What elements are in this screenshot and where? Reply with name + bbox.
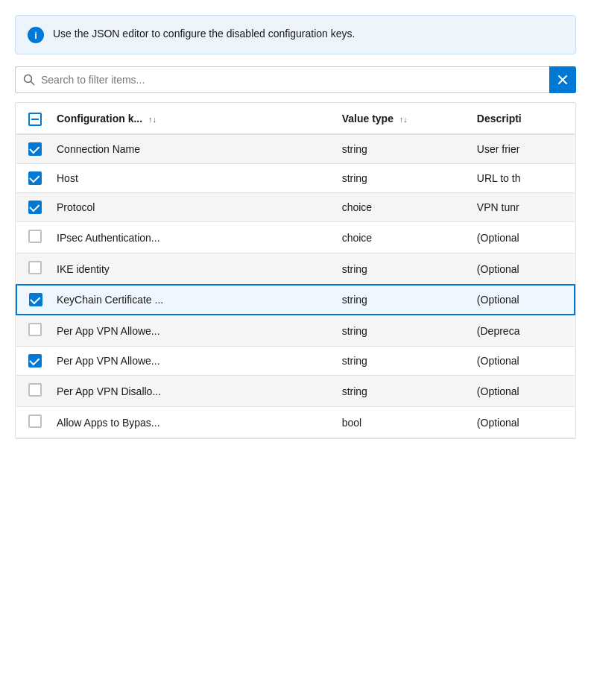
sort-value-type-icon[interactable]: ↑↓: [399, 115, 408, 124]
info-icon: i: [28, 27, 44, 43]
sort-config-key-icon[interactable]: ↑↓: [148, 115, 157, 124]
row-value-type: choice: [336, 193, 471, 222]
info-banner-text: Use the JSON editor to configure the dis…: [53, 26, 355, 42]
row-value-type: bool: [336, 407, 471, 438]
row-description: (Optional: [471, 253, 575, 286]
row-config-key: Connection Name: [51, 134, 336, 164]
row-checkbox[interactable]: [28, 171, 42, 185]
row-description: VPN tunr: [471, 193, 575, 222]
row-description: (Optional: [471, 222, 575, 253]
row-config-key: Per App VPN Allowe...: [51, 315, 336, 347]
table-row[interactable]: IKE identitystring(Optional: [16, 253, 575, 286]
row-description: URL to th: [471, 164, 575, 193]
row-config-key: KeyChain Certificate ...: [51, 285, 336, 315]
table-row[interactable]: HoststringURL to th: [16, 164, 575, 193]
row-checkbox[interactable]: [28, 383, 42, 397]
search-clear-button[interactable]: [549, 66, 576, 93]
row-checkbox[interactable]: [28, 261, 42, 274]
search-input-wrapper: [15, 66, 549, 93]
row-checkbox[interactable]: [28, 201, 42, 214]
table-body: Connection NamestringUser frierHoststrin…: [16, 134, 575, 438]
table-row[interactable]: Per App VPN Allowe...string(Depreca: [16, 315, 575, 347]
col-header-config-key[interactable]: Configuration k... ↑↓: [51, 103, 336, 134]
row-config-key: IPsec Authentication...: [51, 222, 336, 253]
row-checkbox-cell[interactable]: [16, 164, 51, 193]
row-checkbox[interactable]: [29, 293, 42, 306]
row-description: User frier: [471, 134, 575, 164]
row-value-type: string: [336, 134, 471, 164]
row-description: (Optional: [471, 376, 575, 407]
row-checkbox[interactable]: [28, 142, 42, 156]
row-checkbox-cell[interactable]: [16, 222, 51, 253]
row-checkbox-cell[interactable]: [16, 253, 51, 286]
select-all-header[interactable]: [16, 103, 51, 134]
row-description: (Depreca: [471, 315, 575, 347]
indeterminate-indicator: [31, 119, 39, 120]
row-checkbox[interactable]: [28, 230, 42, 243]
table-row[interactable]: IPsec Authentication...choice(Optional: [16, 222, 575, 253]
row-value-type: string: [336, 347, 471, 376]
close-icon: [558, 75, 567, 84]
table-row[interactable]: Allow Apps to Bypas...bool(Optional: [16, 407, 575, 438]
table-row[interactable]: Connection NamestringUser frier: [16, 134, 575, 164]
row-value-type: string: [336, 376, 471, 407]
table-row[interactable]: Per App VPN Allowe...string(Optional: [16, 347, 575, 376]
row-checkbox[interactable]: [28, 414, 42, 428]
row-config-key: Per App VPN Disallo...: [51, 376, 336, 407]
row-checkbox[interactable]: [28, 323, 42, 336]
row-config-key: Protocol: [51, 193, 336, 222]
col-header-value-type[interactable]: Value type ↑↓: [336, 103, 471, 134]
search-row: [15, 66, 576, 93]
search-input[interactable]: [41, 74, 542, 86]
row-config-key: IKE identity: [51, 253, 336, 286]
row-checkbox-cell[interactable]: [16, 407, 51, 438]
row-description: (Optional: [471, 285, 575, 315]
row-value-type: choice: [336, 222, 471, 253]
row-checkbox-cell[interactable]: [16, 193, 51, 222]
row-checkbox[interactable]: [28, 354, 42, 368]
row-checkbox-cell[interactable]: [16, 315, 51, 347]
row-config-key: Per App VPN Allowe...: [51, 347, 336, 376]
search-icon: [23, 74, 35, 86]
col-header-description: Descripti: [471, 103, 575, 134]
config-table: Configuration k... ↑↓ Value type ↑↓ Desc…: [15, 102, 576, 439]
svg-line-1: [31, 82, 34, 85]
select-all-checkbox[interactable]: [28, 113, 42, 126]
row-checkbox-cell[interactable]: [16, 285, 51, 315]
row-checkbox-cell[interactable]: [16, 376, 51, 407]
info-banner: i Use the JSON editor to configure the d…: [15, 15, 576, 54]
table-row[interactable]: KeyChain Certificate ...string(Optional: [16, 285, 575, 315]
row-checkbox-cell[interactable]: [16, 134, 51, 164]
table-row[interactable]: ProtocolchoiceVPN tunr: [16, 193, 575, 222]
row-description: (Optional: [471, 407, 575, 438]
row-checkbox-cell[interactable]: [16, 347, 51, 376]
row-value-type: string: [336, 285, 471, 315]
table-row[interactable]: Per App VPN Disallo...string(Optional: [16, 376, 575, 407]
row-description: (Optional: [471, 347, 575, 376]
row-value-type: string: [336, 164, 471, 193]
row-value-type: string: [336, 253, 471, 286]
row-config-key: Host: [51, 164, 336, 193]
row-config-key: Allow Apps to Bypas...: [51, 407, 336, 438]
table-header-row: Configuration k... ↑↓ Value type ↑↓ Desc…: [16, 103, 575, 134]
row-value-type: string: [336, 315, 471, 347]
